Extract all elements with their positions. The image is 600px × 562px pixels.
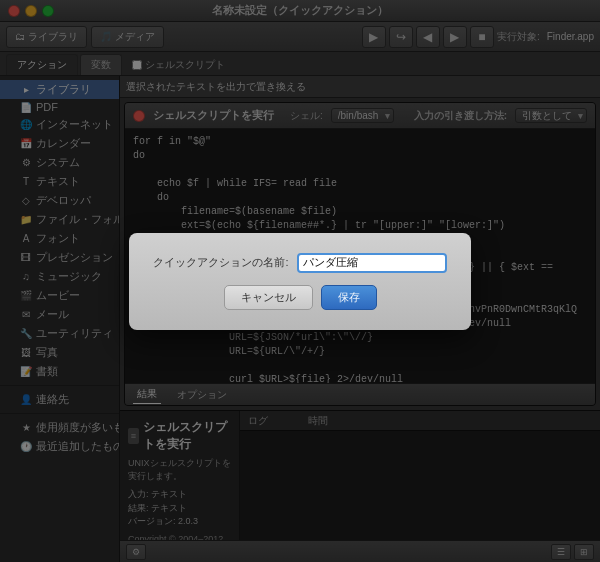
modal-overlay: クイックアクションの名前: キャンセル 保存 (0, 0, 600, 562)
modal-input-row: クイックアクションの名前: (153, 253, 446, 273)
quick-action-name-input[interactable] (297, 253, 447, 273)
modal-label: クイックアクションの名前: (153, 255, 288, 270)
save-dialog: クイックアクションの名前: キャンセル 保存 (129, 233, 470, 330)
modal-buttons: キャンセル 保存 (224, 285, 377, 310)
cancel-button[interactable]: キャンセル (224, 285, 313, 310)
save-button[interactable]: 保存 (321, 285, 377, 310)
